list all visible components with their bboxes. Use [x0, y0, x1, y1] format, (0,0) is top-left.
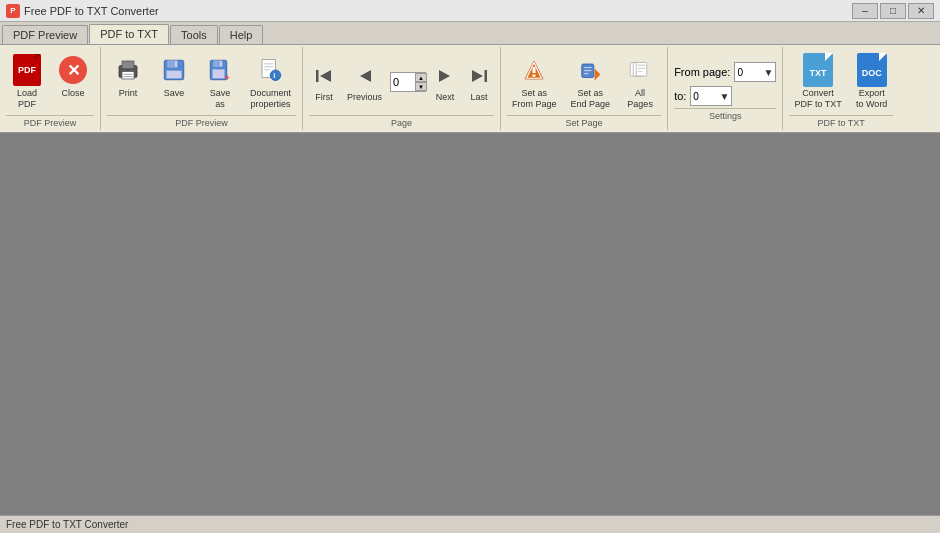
status-bar: Free PDF to TXT Converter	[0, 515, 940, 533]
svg-rect-17	[264, 69, 270, 70]
svg-marker-22	[360, 70, 371, 82]
page-spinbox[interactable]: 0 ▲ ▼	[390, 72, 426, 92]
to-page-value: 0	[693, 91, 699, 102]
svg-rect-32	[584, 70, 592, 71]
svg-rect-28	[533, 67, 536, 73]
main-content	[0, 133, 940, 515]
first-button[interactable]: First	[309, 59, 339, 106]
next-icon-svg	[435, 66, 455, 86]
previous-icon-svg	[355, 66, 375, 86]
to-page-row: to: 0 ▼	[674, 86, 776, 106]
group-content-2: Print Save	[107, 51, 296, 113]
minimize-button[interactable]: –	[852, 3, 878, 19]
svg-rect-15	[264, 63, 273, 64]
save-as-label: Saveas	[210, 88, 231, 110]
toolbar: PDF LoadPDF ✕ Close PDF Preview	[0, 45, 940, 133]
all-pages-button[interactable]: AllPages	[619, 51, 661, 113]
svg-rect-7	[175, 61, 177, 67]
maximize-button[interactable]: □	[880, 3, 906, 19]
settings-content: From page: 0 ▼ to: 0 ▼	[674, 58, 776, 106]
close-button[interactable]: ✕ Close	[52, 51, 94, 102]
title-bar-controls: – □ ✕	[852, 3, 934, 19]
svg-marker-34	[595, 69, 601, 81]
from-page-arrow: ▼	[763, 67, 773, 78]
tab-help[interactable]: Help	[219, 25, 264, 44]
svg-rect-2	[122, 72, 134, 80]
svg-rect-29	[533, 75, 536, 77]
set-as-from-page-button[interactable]: Set asFrom Page	[507, 51, 562, 113]
convert-pdf-to-txt-button[interactable]: TXT ConvertPDF to TXT	[789, 51, 846, 113]
previous-button[interactable]: Previous	[343, 59, 386, 106]
group-label-pdf-to-txt: PDF to TXT	[789, 115, 892, 128]
svg-rect-11	[220, 61, 222, 66]
print-label: Print	[119, 88, 138, 99]
save-icon-area	[158, 54, 190, 86]
convert-txt-label: ConvertPDF to TXT	[794, 88, 841, 110]
svg-marker-25	[472, 70, 483, 82]
save-label: Save	[164, 88, 185, 99]
document-properties-icon-area: i	[255, 54, 287, 86]
set-from-page-label: Set asFrom Page	[512, 88, 557, 110]
toolbar-group-pdf-preview-2: Print Save	[101, 47, 303, 130]
svg-rect-39	[638, 68, 646, 69]
toolbar-group-page: First Previous 0 ▲ ▼	[303, 47, 501, 130]
print-icon	[116, 58, 140, 82]
pdf-icon: PDF	[13, 54, 41, 86]
status-text: Free PDF to TXT Converter	[6, 519, 128, 530]
last-button[interactable]: Last	[464, 59, 494, 106]
svg-rect-33	[584, 73, 589, 74]
svg-point-18	[270, 70, 281, 81]
previous-label: Previous	[347, 92, 382, 103]
svg-rect-20	[316, 70, 319, 82]
spinbox-arrows: ▲ ▼	[415, 73, 427, 91]
set-end-icon-area	[574, 54, 606, 86]
document-properties-button[interactable]: i Documentproperties	[245, 51, 296, 113]
to-page-select[interactable]: 0 ▼	[690, 86, 732, 106]
svg-rect-24	[485, 70, 488, 82]
last-label: Last	[471, 92, 488, 103]
document-properties-icon: i	[259, 58, 283, 82]
export-word-label: Exportto Word	[856, 88, 887, 110]
from-page-row: From page: 0 ▼	[674, 62, 776, 82]
set-as-end-page-button[interactable]: Set asEnd Page	[566, 51, 616, 113]
tab-pdf-to-txt[interactable]: PDF to TXT	[89, 24, 169, 44]
group-label-1: PDF Preview	[6, 115, 94, 128]
svg-rect-38	[638, 65, 646, 66]
export-to-word-button[interactable]: DOC Exportto Word	[851, 51, 893, 113]
group-content-4: Set asFrom Page Set asEnd Page	[507, 51, 661, 113]
toolbar-group-pdf-preview-1: PDF LoadPDF ✕ Close PDF Preview	[0, 47, 101, 130]
from-page-label: From page:	[674, 66, 730, 78]
toolbar-group-settings: From page: 0 ▼ to: 0 ▼ Settings	[668, 47, 783, 130]
next-button[interactable]: Next	[430, 59, 460, 106]
tab-tools[interactable]: Tools	[170, 25, 218, 44]
app-icon: P	[6, 4, 20, 18]
convert-txt-icon-area: TXT	[802, 54, 834, 86]
toolbar-group-set-page: Set asFrom Page Set asEnd Page	[501, 47, 668, 130]
last-icon	[468, 62, 490, 90]
group-label-page: Page	[309, 115, 494, 128]
svg-rect-3	[124, 74, 133, 75]
page-input[interactable]: 0	[393, 76, 415, 88]
save-as-button[interactable]: + Saveas	[199, 51, 241, 113]
all-pages-icon-area	[624, 54, 656, 86]
tab-pdf-preview[interactable]: PDF Preview	[2, 25, 88, 44]
save-as-icon-area: +	[204, 54, 236, 86]
group-content-6: TXT ConvertPDF to TXT DOC Exportto Word	[789, 51, 892, 113]
export-word-icon-area: DOC	[856, 54, 888, 86]
svg-rect-40	[638, 71, 643, 72]
set-from-icon	[522, 58, 546, 82]
txt-icon: TXT	[803, 53, 833, 87]
close-window-button[interactable]: ✕	[908, 3, 934, 19]
tab-bar: PDF Preview PDF to TXT Tools Help	[0, 22, 940, 45]
load-pdf-button[interactable]: PDF LoadPDF	[6, 51, 48, 113]
svg-rect-1	[122, 61, 134, 69]
from-page-select[interactable]: 0 ▼	[734, 62, 776, 82]
print-button[interactable]: Print	[107, 51, 149, 102]
set-from-icon-area	[518, 54, 550, 86]
save-button[interactable]: Save	[153, 51, 195, 102]
all-pages-label: AllPages	[627, 88, 653, 110]
svg-rect-8	[167, 71, 182, 79]
group-label-set-page: Set Page	[507, 115, 661, 128]
spinbox-up[interactable]: ▲	[415, 73, 427, 82]
spinbox-down[interactable]: ▼	[415, 82, 427, 91]
